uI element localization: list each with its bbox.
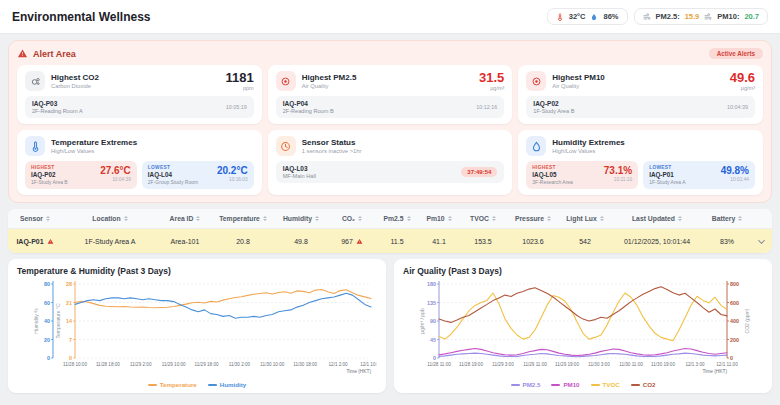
chart-title: Air Quality (Past 3 Days) <box>403 266 763 276</box>
legend-label: CO2 <box>643 381 656 388</box>
svg-text:600: 600 <box>730 300 739 306</box>
svg-text:Humidity %: Humidity % <box>33 308 39 334</box>
column-header-pressure[interactable]: Pressure <box>506 215 560 222</box>
svg-text:11/28 11:00: 11/28 11:00 <box>427 362 451 367</box>
column-header-area-id[interactable]: Area ID <box>158 215 212 222</box>
legend-label: TVOC <box>603 381 620 388</box>
column-header-co2[interactable]: CO₂ <box>328 215 376 222</box>
card-subtitle: High/Low Values <box>51 148 137 154</box>
card-title: Temperature Extremes <box>51 138 137 148</box>
sensor-id: IAQ-P01 <box>649 171 685 178</box>
legend-label: Humidity <box>220 381 246 388</box>
thermometer-icon <box>30 141 41 152</box>
highest-pm10-card: Highest PM10 Air Quality 49.6 μg/m³ IAQ-… <box>518 65 763 124</box>
legend-label: PM10 <box>563 381 579 388</box>
legend-marker <box>591 384 600 386</box>
svg-text:11/29 2:00: 11/29 2:00 <box>130 362 152 367</box>
column-header-tvoc[interactable]: TVOC <box>460 215 506 222</box>
svg-text:40: 40 <box>44 318 50 324</box>
cell-location: 1F-Study Area A <box>62 238 158 245</box>
svg-text:90: 90 <box>430 318 436 324</box>
cell-sensor: IAQ-P01 <box>16 238 43 245</box>
svg-text:CO2 (ppm): CO2 (ppm) <box>744 308 750 333</box>
chart-title: Temperature & Humidity (Past 3 Days) <box>17 266 377 276</box>
sort-icon <box>448 216 452 221</box>
legend-item[interactable]: Temperature <box>148 381 197 388</box>
svg-text:11/28 19:00: 11/28 19:00 <box>459 362 483 367</box>
highest-pm25-card: Highest PM2.5 Air Quality 31.5 μg/m³ IAQ… <box>268 65 513 124</box>
svg-text:11/30 18:00: 11/30 18:00 <box>293 362 317 367</box>
column-header-humidity[interactable]: Humidity <box>274 215 328 222</box>
highest-humidity-box: HIGHEST IAQ-L05 3F-Research Area 73.1% 1… <box>526 161 638 189</box>
droplet-icon <box>531 141 542 152</box>
legend-item[interactable]: Humidity <box>208 381 246 388</box>
legend-item[interactable]: PM2.5 <box>511 381 541 388</box>
lowest-humidity-box: LOWEST IAQ-P01 1F-Study Area A 49.8% 10:… <box>643 161 755 189</box>
column-header-light-lux[interactable]: Light Lux <box>560 215 610 222</box>
sensor-time: 10:04:39 <box>727 104 748 110</box>
row-expand-button[interactable] <box>750 240 772 243</box>
cell-pressure: 1023.6 <box>506 238 560 245</box>
inactive-duration-badge: 37:49:54 <box>461 167 497 177</box>
sensor-location: 1F-Study Area B <box>533 108 574 114</box>
header-status-pills: 32°C 86% PM2.5: 15.9 PM10: 20.7 <box>547 8 768 25</box>
top-header: Environmental Wellness 32°C 86% PM2.5: 1… <box>0 0 780 34</box>
card-title: Sensor Status <box>302 138 362 148</box>
warning-icon <box>356 238 363 245</box>
chevron-down-icon <box>757 236 764 243</box>
svg-text:11/28 10:00: 11/28 10:00 <box>63 362 87 367</box>
legend-label: Temperature <box>160 381 197 388</box>
wind-icon <box>704 13 712 21</box>
sort-icon <box>600 216 604 221</box>
extreme-value: 27.6°C <box>100 165 131 176</box>
svg-text:11/29 11:00: 11/29 11:00 <box>523 362 547 367</box>
card-subtitle: High/Low Values <box>552 148 624 154</box>
svg-text:11/28 18:00: 11/28 18:00 <box>96 362 120 367</box>
svg-text:12/1 10:00: 12/1 10:00 <box>360 362 377 367</box>
column-header-pm10[interactable]: Pm10 <box>418 215 460 222</box>
column-header-pm25[interactable]: Pm2.5 <box>376 215 418 222</box>
svg-text:11/29 18:00: 11/29 18:00 <box>195 362 219 367</box>
sort-icon <box>196 216 200 221</box>
legend-item[interactable]: CO2 <box>631 381 656 388</box>
svg-text:11/29 19:00: 11/29 19:00 <box>555 362 579 367</box>
svg-text:20: 20 <box>44 337 50 343</box>
svg-text:0: 0 <box>730 355 733 361</box>
svg-text:Time (HKT): Time (HKT) <box>346 369 371 374</box>
header-humidity: 86% <box>603 12 618 21</box>
sensor-id: IAQ-L05 <box>532 171 573 178</box>
pm-target-icon <box>531 76 542 87</box>
svg-text:0: 0 <box>69 355 72 361</box>
env-pill: 32°C 86% <box>547 8 628 25</box>
warning-icon <box>47 238 54 245</box>
legend-item[interactable]: PM10 <box>551 381 579 388</box>
extreme-value: 49.8% <box>721 165 749 176</box>
inactive-sensor-row: IAQ-L03 MF-Main Hall 37:49:54 <box>276 161 505 183</box>
table-row[interactable]: IAQ-P01 1F-Study Area A Area-101 20.8 49… <box>8 229 772 253</box>
column-header-temperature[interactable]: Temperature <box>212 215 274 222</box>
thermometer-icon <box>556 13 564 21</box>
sort-icon <box>492 216 496 221</box>
column-header-battery[interactable]: Battery <box>704 215 750 222</box>
svg-text:11/29 3:00: 11/29 3:00 <box>492 362 514 367</box>
svg-text:7: 7 <box>69 337 72 343</box>
column-header-last-updated[interactable]: Last Updated <box>610 215 704 222</box>
extreme-time: 10:04:39 <box>100 177 131 182</box>
extreme-value: 20.2°C <box>217 165 248 176</box>
cell-last-updated: 01/12/2025, 10:01:44 <box>610 238 704 245</box>
cell-battery: 83% <box>704 238 750 245</box>
temp-humidity-chart-card: Temperature & Humidity (Past 3 Days) 020… <box>8 259 386 393</box>
svg-text:180: 180 <box>427 281 436 287</box>
sensor-status-card: Sensor Status 1 sensors inactive >1hr IA… <box>268 130 513 195</box>
svg-text:11/30 2:00: 11/30 2:00 <box>229 362 251 367</box>
svg-text:11/29 10:00: 11/29 10:00 <box>162 362 186 367</box>
legend-item[interactable]: TVOC <box>591 381 620 388</box>
column-header-location[interactable]: Location <box>62 215 158 222</box>
card-value: 1181 <box>225 71 253 84</box>
svg-text:200: 200 <box>730 337 739 343</box>
svg-text:12/1 11:00: 12/1 11:00 <box>716 362 738 367</box>
sort-icon <box>315 216 319 221</box>
sort-icon <box>678 216 682 221</box>
temp-humidity-chart: 020406080Humidity %07142128Temperature °… <box>17 278 377 375</box>
column-header-sensor[interactable]: Sensor <box>8 215 62 222</box>
